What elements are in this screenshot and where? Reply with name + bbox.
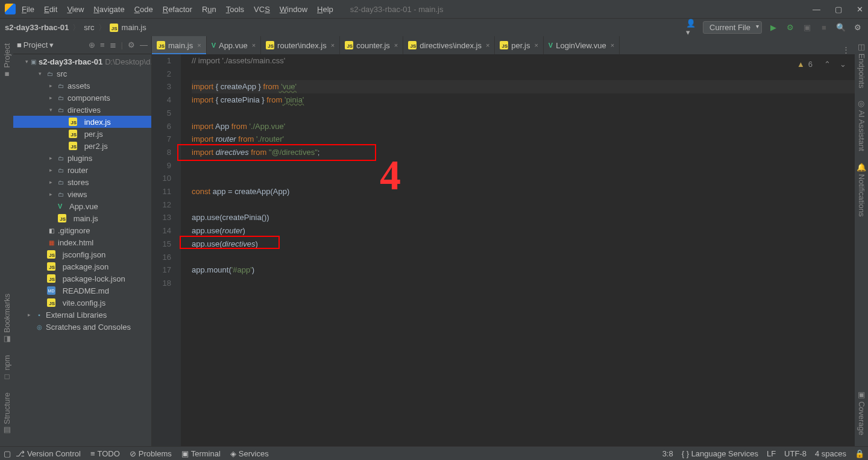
tab-app-vue[interactable]: VApp.vue×	[207, 36, 261, 54]
nav-bar: s2-day33-rbac-01 〉 src 〉 JS main.js 👤▾ C…	[0, 18, 868, 36]
tab-loginview[interactable]: VLoginView.vue×	[544, 36, 620, 54]
expand-all-icon[interactable]: ≡	[100, 40, 105, 49]
run-config-dropdown[interactable]: Current File	[703, 21, 762, 34]
tool-bookmarks[interactable]: ◧ Bookmarks	[1, 290, 13, 348]
tree-readme[interactable]: MD README.md	[13, 285, 151, 297]
editor-tabs: JSmain.js× VApp.vue× JSrouter\index.js× …	[152, 36, 855, 54]
bottom-tool-tabs: ⎇ Version Control ≡ TODO ⊘ Problems ▣ Te…	[16, 449, 269, 458]
status-indent[interactable]: 4 spaces	[815, 449, 846, 458]
memory-lock-icon[interactable]: 🔒	[855, 449, 864, 458]
menu-view[interactable]: View	[67, 5, 84, 14]
tool-ai-assistant[interactable]: ◎ AI Assistant	[856, 95, 867, 155]
status-lang-services[interactable]: { } Language Services	[682, 449, 758, 458]
status-bar: ▢ ⎇ Version Control ≡ TODO ⊘ Problems ▣ …	[0, 446, 868, 460]
tree-plugins[interactable]: ▸🗀plugins	[13, 152, 151, 164]
tool-notifications[interactable]: 🔔 Notifications	[856, 159, 867, 220]
run-icon[interactable]: ▶	[768, 22, 779, 33]
bottab-vcs[interactable]: ⎇ Version Control	[16, 449, 81, 458]
breadcrumb-folder[interactable]: src	[84, 23, 94, 32]
search-everywhere-icon[interactable]: 🔍	[835, 22, 846, 33]
debug-icon[interactable]: ⚙	[785, 22, 796, 33]
tree-package[interactable]: JS package.json	[13, 260, 151, 273]
bottab-services[interactable]: ◈ Services	[230, 449, 269, 458]
gutter: 123456789 101112131415161718	[152, 54, 181, 446]
tree-root[interactable]: ▾▣s2-day33-rbac-01 D:\Desktop\d...	[13, 55, 151, 68]
tree-external-libs[interactable]: ▸▪External Libraries	[13, 309, 151, 321]
editor-area: JSmain.js× VApp.vue× JSrouter\index.js× …	[152, 36, 855, 446]
tree-views[interactable]: ▸🗀views	[13, 188, 151, 200]
menu-help[interactable]: Help	[317, 5, 333, 14]
minimize-icon[interactable]: —	[813, 5, 820, 14]
maximize-icon[interactable]: ▢	[835, 5, 842, 14]
code-content[interactable]: ▲6 ⌃ ⌄ // import './assets/main.css' imp…	[181, 54, 855, 446]
menu-run[interactable]: Run	[202, 5, 216, 14]
tab-counter[interactable]: JScounter.js×	[340, 36, 403, 54]
tree-main-js[interactable]: JS main.js	[13, 212, 151, 224]
tree-per-js[interactable]: JS per.js	[13, 128, 151, 140]
tabs-more-icon[interactable]: ⋮	[837, 45, 855, 54]
user-icon[interactable]: 👤▾	[686, 22, 697, 33]
bottab-problems[interactable]: ⊘ Problems	[130, 449, 172, 458]
tool-structure[interactable]: ▤ Structure	[1, 389, 13, 439]
tree-app-vue[interactable]: V App.vue	[13, 200, 151, 212]
tree-scratches[interactable]: ◎Scratches and Consoles	[13, 321, 151, 333]
tree-per2-js[interactable]: JS per2.js	[13, 140, 151, 152]
tree-jsconfig[interactable]: JS jsconfig.json	[13, 248, 151, 260]
tab-main-js[interactable]: JSmain.js×	[152, 36, 207, 54]
menu-navigate[interactable]: Navigate	[93, 5, 124, 14]
right-tool-strip: ◫ Endpoints ◎ AI Assistant 🔔 Notificatio…	[855, 36, 868, 446]
menu-tools[interactable]: Tools	[226, 5, 244, 14]
tree-components[interactable]: ▸🗀components	[13, 92, 151, 104]
tree-package-lock[interactable]: JS package-lock.json	[13, 273, 151, 285]
tab-close-icon[interactable]: ×	[252, 42, 256, 49]
status-encoding[interactable]: UTF-8	[784, 449, 807, 458]
tab-router-index[interactable]: JSrouter\index.js×	[261, 36, 340, 54]
tab-close-icon[interactable]: ×	[611, 42, 614, 49]
close-icon[interactable]: ✕	[857, 5, 863, 14]
tab-close-icon[interactable]: ×	[331, 42, 335, 49]
menu-vcs[interactable]: VCS	[254, 5, 270, 14]
menu-refactor[interactable]: Refactor	[163, 5, 192, 14]
tab-per[interactable]: JSper.js×	[495, 36, 544, 54]
tree-router[interactable]: ▸🗀router	[13, 164, 151, 176]
panel-settings-icon[interactable]: ⚙	[128, 40, 135, 49]
tree-assets[interactable]: ▸🗀assets	[13, 80, 151, 92]
tool-endpoints[interactable]: ◫ Endpoints	[856, 39, 867, 92]
stop-icon[interactable]: ■	[819, 22, 829, 33]
code-editor[interactable]: 123456789 101112131415161718 ▲6 ⌃ ⌄ // i…	[152, 54, 855, 446]
breadcrumb-sep-icon: 〉	[72, 22, 80, 33]
tab-close-icon[interactable]: ×	[394, 42, 398, 49]
status-eol[interactable]: LF	[767, 449, 776, 458]
breadcrumb-project[interactable]: s2-day33-rbac-01	[5, 23, 69, 32]
tree-vite-config[interactable]: JS vite.config.js	[13, 297, 151, 309]
tab-directives-index[interactable]: JSdirectives\index.js×	[403, 36, 495, 54]
hide-panel-icon[interactable]: —	[140, 40, 148, 49]
menu-window[interactable]: Window	[280, 5, 307, 14]
tool-project[interactable]: ■ Project	[1, 40, 13, 83]
coverage-run-icon[interactable]: ▣	[802, 22, 813, 33]
tree-index-html[interactable]: ▦index.html	[13, 236, 151, 248]
tree-src[interactable]: ▾🗀src	[13, 68, 151, 80]
menu-file[interactable]: File	[22, 5, 34, 14]
tree-directives[interactable]: ▾🗀directives	[13, 104, 151, 116]
menu-edit[interactable]: Edit	[44, 5, 57, 14]
quick-access-icon[interactable]: ▢	[4, 449, 11, 458]
tree-index-js[interactable]: JS index.js	[13, 116, 151, 128]
menu-code[interactable]: Code	[134, 5, 153, 14]
left-tool-strip: ■ Project ◧ Bookmarks □ npm ▤ Structure	[0, 36, 13, 446]
tab-close-icon[interactable]: ×	[534, 42, 538, 49]
tab-close-icon[interactable]: ×	[486, 42, 489, 49]
tab-close-icon[interactable]: ×	[197, 42, 201, 49]
tree-stores[interactable]: ▸🗀stores	[13, 176, 151, 188]
collapse-all-icon[interactable]: ≣	[110, 40, 116, 49]
tree-gitignore[interactable]: ◧.gitignore	[13, 224, 151, 236]
tool-coverage[interactable]: ▣ Coverage	[856, 386, 867, 439]
status-cursor-pos[interactable]: 3:8	[662, 449, 673, 458]
breadcrumb-file[interactable]: main.js	[122, 23, 146, 32]
title-bar: File Edit View Navigate Code Refactor Ru…	[0, 0, 868, 18]
bottab-todo[interactable]: ≡ TODO	[90, 449, 120, 458]
bottab-terminal[interactable]: ▣ Terminal	[181, 449, 221, 458]
settings-icon[interactable]: ⚙	[852, 22, 863, 33]
select-opened-icon[interactable]: ⊕	[89, 40, 95, 49]
tool-npm[interactable]: □ npm	[1, 351, 13, 385]
